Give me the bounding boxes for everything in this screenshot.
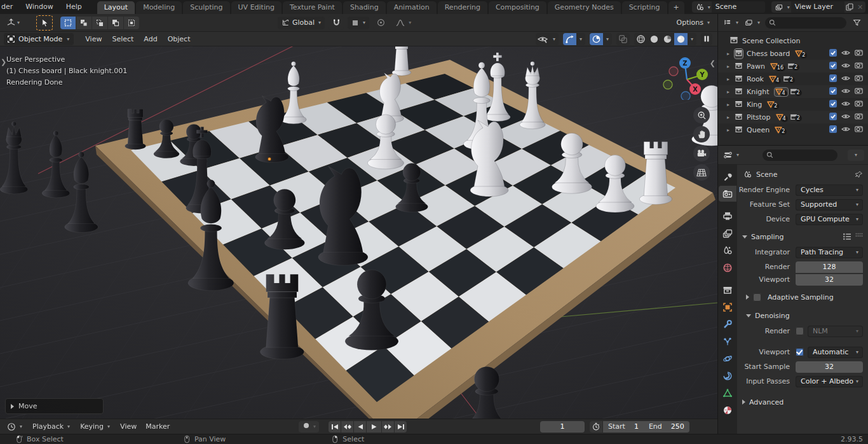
options-dropdown[interactable]: Options▾ bbox=[677, 18, 711, 27]
remove-view-layer-button[interactable]: ✕ bbox=[855, 1, 865, 13]
outliner-row-rook[interactable]: ▸Rook42 bbox=[718, 73, 868, 85]
jump-to-start-button[interactable] bbox=[329, 421, 341, 433]
properties-filter-dropdown[interactable]: ▾ bbox=[848, 149, 864, 161]
timeline-menu-marker[interactable]: Marker bbox=[141, 422, 174, 431]
proportional-falloff-dropdown[interactable]: ▾ bbox=[392, 17, 415, 29]
start-frame-field[interactable]: Start1 bbox=[603, 421, 644, 433]
shading-wireframe-button[interactable] bbox=[634, 33, 648, 45]
menu-render-truncated[interactable]: der bbox=[0, 0, 19, 14]
expand-arrow-icon[interactable]: ▸ bbox=[727, 76, 735, 82]
collection-name[interactable]: Pawn bbox=[747, 62, 765, 71]
properties-tab-scene[interactable] bbox=[719, 242, 736, 258]
outliner-row-pawn[interactable]: ▸Pawn162 bbox=[718, 60, 868, 73]
chevron-down-icon[interactable]: ▾ bbox=[786, 4, 791, 10]
tab-scripting[interactable]: Scripting bbox=[622, 1, 667, 14]
expand-arrow-icon[interactable]: ▸ bbox=[727, 102, 735, 108]
expand-arrow-icon[interactable]: ▸ bbox=[727, 114, 735, 120]
pin-icon[interactable] bbox=[855, 170, 863, 179]
shading-material-button[interactable] bbox=[661, 33, 674, 45]
use-preview-range-button[interactable] bbox=[590, 421, 602, 433]
outliner-display-mode-dropdown[interactable]: ▾ bbox=[722, 17, 741, 29]
properties-tab-object[interactable] bbox=[719, 299, 736, 315]
start-sample-field[interactable]: 32 bbox=[796, 361, 863, 373]
end-frame-field[interactable]: End250 bbox=[644, 421, 689, 433]
properties-tab-physics[interactable] bbox=[719, 350, 736, 366]
outliner-search-input[interactable] bbox=[765, 17, 846, 29]
properties-editor-type-dropdown[interactable]: ▾ bbox=[722, 149, 742, 162]
properties-tab-material[interactable] bbox=[719, 402, 736, 418]
proportional-editing-toggle[interactable] bbox=[373, 16, 388, 30]
expand-arrow-icon[interactable]: ▸ bbox=[727, 51, 735, 57]
view-layer-name[interactable]: View Layer bbox=[791, 1, 844, 13]
exclude-checkbox[interactable] bbox=[829, 125, 837, 135]
menu-window[interactable]: Window bbox=[19, 0, 59, 14]
tab-texture-paint[interactable]: Texture Paint bbox=[283, 1, 342, 14]
denoising-header[interactable]: Denoising bbox=[746, 309, 863, 323]
gizmo-neg-x[interactable] bbox=[669, 67, 678, 76]
outliner-filter-icon[interactable] bbox=[849, 16, 864, 30]
tab-modeling[interactable]: Modeling bbox=[136, 1, 182, 14]
properties-tab-render[interactable] bbox=[719, 186, 736, 202]
feature-set-dropdown[interactable]: Supported▾ bbox=[796, 199, 863, 211]
menu-help[interactable]: Help bbox=[60, 0, 88, 14]
exclude-checkbox[interactable] bbox=[829, 113, 837, 122]
collection-name[interactable]: Rook bbox=[747, 75, 764, 83]
hide-eye-icon[interactable] bbox=[841, 87, 850, 97]
hide-eye-icon[interactable] bbox=[841, 125, 850, 135]
hide-eye-icon[interactable] bbox=[841, 100, 850, 109]
properties-tab-particles[interactable] bbox=[719, 333, 736, 349]
disable-render-icon[interactable] bbox=[855, 125, 863, 134]
camera-view-button[interactable] bbox=[693, 145, 710, 162]
adaptive-sampling-header[interactable]: Adaptive Sampling bbox=[746, 290, 863, 304]
keying-dropdown[interactable]: ▾ bbox=[312, 424, 317, 429]
exclude-checkbox[interactable] bbox=[829, 62, 837, 71]
show-overlays-toggle[interactable] bbox=[590, 33, 603, 45]
denoise-viewport-checkbox[interactable] bbox=[796, 348, 804, 356]
tab-sculpting[interactable]: Sculpting bbox=[183, 1, 229, 14]
gizmo-neg-z[interactable] bbox=[681, 92, 690, 100]
advanced-section-header[interactable]: Advanced bbox=[742, 395, 863, 409]
tab-rendering[interactable]: Rendering bbox=[438, 1, 487, 14]
properties-tab-view-layer[interactable] bbox=[719, 225, 736, 241]
record-button[interactable] bbox=[301, 422, 312, 431]
select-mode-set[interactable] bbox=[60, 17, 76, 29]
select-mode-extend[interactable] bbox=[76, 17, 92, 29]
tab-geometry-nodes[interactable]: Geometry Nodes bbox=[548, 1, 621, 14]
expand-arrow-icon[interactable]: ▸ bbox=[727, 64, 735, 69]
timeline-menu-view[interactable]: View bbox=[116, 422, 141, 431]
collection-name[interactable]: Pitstop bbox=[747, 113, 771, 121]
collection-name[interactable]: Queen bbox=[747, 126, 770, 134]
current-frame-field[interactable]: 1 bbox=[540, 421, 585, 433]
mode-dropdown[interactable]: Object Mode ▾ bbox=[4, 33, 74, 45]
disable-render-icon[interactable] bbox=[855, 49, 863, 58]
tab-shading[interactable]: Shading bbox=[343, 1, 386, 14]
tab-animation[interactable]: Animation bbox=[387, 1, 437, 14]
add-workspace-button[interactable]: + bbox=[668, 1, 684, 14]
properties-tab-modifiers[interactable] bbox=[719, 316, 736, 332]
snap-magnet-icon[interactable] bbox=[329, 16, 344, 30]
prev-keyframe-button[interactable] bbox=[341, 421, 353, 433]
shading-dropdown[interactable]: ▾ bbox=[688, 33, 696, 45]
properties-tab-constraints[interactable] bbox=[719, 368, 736, 384]
viewport-menu-add[interactable]: Add bbox=[139, 35, 162, 43]
exclude-checkbox[interactable] bbox=[829, 100, 837, 109]
scene-name[interactable]: Scene bbox=[712, 1, 765, 13]
tab-uv-editing[interactable]: UV Editing bbox=[231, 1, 281, 14]
hide-eye-icon[interactable] bbox=[841, 74, 850, 84]
viewport-samples-field[interactable]: 32 bbox=[796, 274, 863, 286]
chevron-down-icon[interactable]: ▾ bbox=[707, 4, 712, 10]
properties-search-input[interactable] bbox=[763, 149, 837, 161]
editor-type-dropdown[interactable]: ▾ bbox=[5, 16, 22, 30]
disable-render-icon[interactable] bbox=[855, 62, 863, 71]
viewport-menu-view[interactable]: View bbox=[80, 35, 107, 43]
properties-tab-object-data[interactable] bbox=[719, 385, 736, 401]
toolbar-expand-icon[interactable]: ❯ bbox=[1, 58, 6, 66]
collection-name[interactable]: Chess board bbox=[747, 50, 790, 58]
disable-render-icon[interactable] bbox=[855, 113, 863, 121]
exclude-checkbox[interactable] bbox=[829, 74, 837, 84]
next-keyframe-button[interactable] bbox=[382, 421, 394, 433]
properties-tab-output[interactable] bbox=[719, 208, 736, 224]
hide-eye-icon[interactable] bbox=[841, 62, 850, 71]
exclude-checkbox[interactable] bbox=[829, 87, 837, 97]
transform-orientation-dropdown[interactable]: Global ▾ bbox=[278, 17, 325, 29]
